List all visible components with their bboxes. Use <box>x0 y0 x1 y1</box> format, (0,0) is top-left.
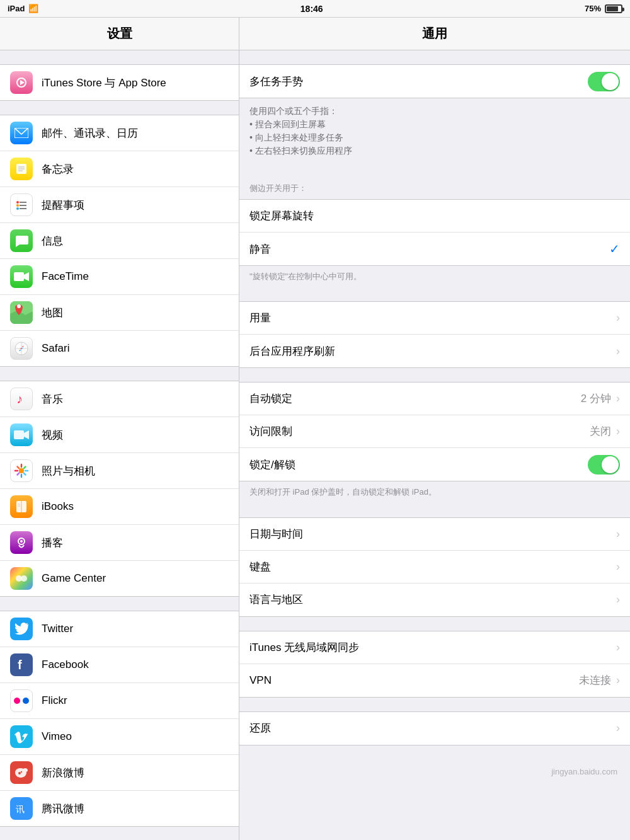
svg-point-44 <box>23 698 29 704</box>
battery-percent: 75% <box>585 4 601 13</box>
svg-text:讯: 讯 <box>16 804 25 814</box>
row-multitask[interactable]: 多任务手势 <box>239 65 630 98</box>
ibooks-label: iBooks <box>42 500 74 513</box>
content-section-reset: 还原 › <box>239 711 630 745</box>
twitter-label: Twitter <box>42 623 73 635</box>
facetime-label: FaceTime <box>42 270 89 283</box>
videos-icon <box>10 423 33 446</box>
datetime-label: 日期与时间 <box>249 527 616 541</box>
row-mute[interactable]: 静音 ✓ <box>239 233 630 265</box>
datetime-chevron: › <box>616 527 620 541</box>
svg-line-30 <box>18 467 20 469</box>
sidebar-item-twitter[interactable]: Twitter <box>0 611 239 647</box>
vpn-value: 未连接 <box>579 673 611 688</box>
sidebar-item-messages[interactable]: 信息 <box>0 223 239 259</box>
row-vpn[interactable]: VPN 未连接 › <box>239 664 630 697</box>
keyboard-label: 键盘 <box>249 560 616 574</box>
language-chevron: › <box>616 593 620 606</box>
bgrefresh-chevron: › <box>616 345 620 358</box>
sidebar-item-facebook[interactable]: f Facebook <box>0 647 239 683</box>
sidebar-item-ibooks[interactable]: iBooks <box>0 489 239 525</box>
autolock-value: 2 分钟 <box>581 391 611 406</box>
status-right: 75% <box>585 4 622 13</box>
row-autolock[interactable]: 自动锁定 2 分钟 › <box>239 383 630 415</box>
multitask-label: 多任务手势 <box>249 74 588 89</box>
podcasts-label: 播客 <box>42 536 63 550</box>
row-datetime[interactable]: 日期与时间 › <box>239 518 630 551</box>
sidebar-item-music[interactable]: ♪ 音乐 <box>0 381 239 417</box>
content-panel: 通用 多任务手势 使用四个或五个手指：• 捏合来回到主屏幕• 向上轻扫来处理多任… <box>239 18 630 840</box>
sidebar-item-facetime[interactable]: FaceTime <box>0 259 239 295</box>
row-usage[interactable]: 用量 › <box>239 302 630 335</box>
facebook-label: Facebook <box>42 659 89 671</box>
row-itunesync[interactable]: iTunes 无线局域网同步 › <box>239 631 630 664</box>
multitask-toggle[interactable] <box>588 72 620 91</box>
row-bgrefresh[interactable]: 后台应用程序刷新 › <box>239 335 630 367</box>
sidebar-title: 设置 <box>0 18 239 50</box>
weibo-label: 新浪微博 <box>42 766 84 780</box>
twitter-icon <box>10 618 33 640</box>
svg-point-7 <box>16 201 19 204</box>
usage-chevron: › <box>616 311 620 325</box>
status-time: 18:46 <box>301 4 323 14</box>
mail-label: 邮件、通讯录、日历 <box>42 126 138 141</box>
vimeo-label: Vimeo <box>42 730 72 743</box>
language-label: 语言与地区 <box>249 592 616 607</box>
svg-point-39 <box>20 540 23 543</box>
svg-line-32 <box>24 467 26 469</box>
sidebar-item-gamecenter[interactable]: Game Center <box>0 561 239 596</box>
sidebar-section-2: 邮件、通讯录、日历 备忘录 提醒事项 <box>0 115 239 367</box>
sidebar-item-flickr[interactable]: Flickr <box>0 683 239 719</box>
sidebar-item-maps[interactable]: 地图 <box>0 295 239 331</box>
reset-label: 还原 <box>249 721 616 735</box>
itunes-group: iTunes 无线局域网同步 › VPN 未连接 › <box>239 631 630 698</box>
sidebar-item-safari[interactable]: Safari <box>0 331 239 366</box>
restrictions-chevron: › <box>616 425 620 438</box>
notes-label: 备忘录 <box>42 162 74 176</box>
sidebar-item-photos[interactable]: 照片与相机 <box>0 453 239 489</box>
tencent-label: 腾讯微博 <box>42 802 84 816</box>
flickr-label: Flickr <box>42 694 67 707</box>
content-section-itunes: iTunes 无线局域网同步 › VPN 未连接 › <box>239 631 630 698</box>
mute-label: 静音 <box>249 242 609 256</box>
sidebar-item-vimeo[interactable]: Vimeo <box>0 719 239 755</box>
lockunlock-toggle[interactable] <box>588 455 620 475</box>
status-bar: iPad 📶 18:46 75% <box>0 0 630 18</box>
main-layout: 设置 iTunes Store 与 App Store 邮件、通讯录、日历 <box>0 18 630 840</box>
sidebar: 设置 iTunes Store 与 App Store 邮件、通讯录、日历 <box>0 18 239 840</box>
vpn-label: VPN <box>249 674 579 687</box>
sidebar-item-weibo[interactable]: 新浪微博 <box>0 755 239 791</box>
mail-icon <box>10 122 33 144</box>
notes-icon <box>10 158 33 180</box>
weibo-icon <box>10 761 33 784</box>
sidebar-item-notes[interactable]: 备忘录 <box>0 151 239 187</box>
videos-label: 视频 <box>42 428 63 442</box>
mute-checkmark: ✓ <box>609 241 620 256</box>
svg-text:f: f <box>18 658 22 672</box>
content-section-lock: 自动锁定 2 分钟 › 访问限制 关闭 › 锁定/解锁 关闭和打开 iPad 保… <box>239 382 630 503</box>
row-keyboard[interactable]: 键盘 › <box>239 551 630 584</box>
ipad-label: iPad <box>8 4 25 13</box>
sidebar-item-videos[interactable]: 视频 <box>0 417 239 453</box>
side-switch-label: 侧边开关用于： <box>239 178 630 199</box>
svg-point-25 <box>19 468 24 473</box>
tencent-icon: 讯 <box>10 797 33 820</box>
svg-line-33 <box>18 473 20 475</box>
sidebar-item-itunes[interactable]: iTunes Store 与 App Store <box>0 65 239 100</box>
sideswitch-group: 锁定屏幕旋转 静音 ✓ <box>239 199 630 266</box>
row-reset[interactable]: 还原 › <box>239 712 630 745</box>
content-title: 通用 <box>239 18 630 50</box>
row-lockrotation[interactable]: 锁定屏幕旋转 <box>239 200 630 233</box>
itunes-label: iTunes Store 与 App Store <box>42 76 166 90</box>
itunes-icon <box>10 71 33 94</box>
row-language[interactable]: 语言与地区 › <box>239 584 630 616</box>
maps-icon <box>10 301 33 324</box>
row-lockunlock[interactable]: 锁定/解锁 <box>239 448 630 481</box>
svg-point-43 <box>14 698 20 704</box>
sidebar-item-podcasts[interactable]: 播客 <box>0 525 239 561</box>
row-restrictions[interactable]: 访问限制 关闭 › <box>239 415 630 448</box>
sidebar-item-mail[interactable]: 邮件、通讯录、日历 <box>0 115 239 151</box>
sidebar-item-tencent[interactable]: 讯 腾讯微博 <box>0 791 239 826</box>
sidebar-item-reminders[interactable]: 提醒事项 <box>0 187 239 223</box>
watermark: jingyan.baidu.com <box>551 767 617 776</box>
